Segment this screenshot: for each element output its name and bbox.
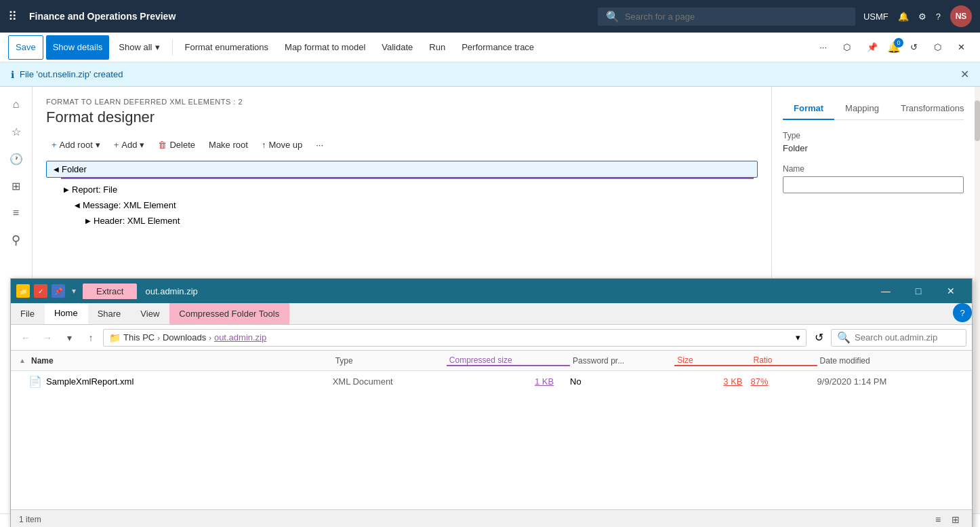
tiles-view-button[interactable]: ⊞ bbox=[947, 511, 964, 528]
details-view-button[interactable]: ≡ bbox=[930, 511, 946, 528]
command-bar: Save Show details Show all ▾ Format enum… bbox=[0, 33, 980, 62]
open-external-button[interactable]: ⬡ bbox=[927, 35, 948, 60]
scroll-thumb[interactable] bbox=[975, 100, 980, 141]
file-row[interactable]: 📄 SampleXmlReport.xml XML Document 1 KB … bbox=[11, 371, 972, 393]
more-button[interactable]: ··· bbox=[813, 35, 834, 60]
type-field: Type Folder bbox=[783, 131, 964, 153]
col-date[interactable]: Date modified bbox=[817, 356, 941, 366]
tab-transformations[interactable]: Transformations bbox=[890, 98, 975, 120]
global-search[interactable]: 🔍 bbox=[598, 7, 855, 26]
col-ratio[interactable]: Ratio bbox=[750, 355, 817, 366]
cmd-more: ··· ⬡ 📌 🔔 0 ↺ ⬡ ✕ bbox=[813, 35, 972, 60]
file-explorer-window: 📁 ✓ 📌 ▾ Extract out.admin.zip — □ ✕ File… bbox=[10, 278, 973, 527]
file-compressed-size-cell: 1 KB bbox=[447, 376, 570, 387]
search-input[interactable] bbox=[625, 12, 847, 22]
type-value: Folder bbox=[783, 143, 964, 153]
tab-format[interactable]: Format bbox=[783, 98, 834, 120]
fe-close-button[interactable]: ✕ bbox=[935, 281, 966, 301]
tree-item-message[interactable]: ◀ Message: XML Element bbox=[46, 197, 758, 213]
close-button[interactable]: ✕ bbox=[951, 35, 972, 60]
delete-button[interactable]: 🗑 Delete bbox=[152, 137, 201, 153]
grid-icon[interactable]: ⠿ bbox=[8, 9, 17, 24]
nav-back-button[interactable]: ← bbox=[16, 328, 35, 347]
help-icon[interactable]: ? bbox=[953, 303, 972, 322]
settings-icon[interactable]: ⚙ bbox=[918, 12, 926, 22]
col-size[interactable]: Size bbox=[674, 355, 750, 366]
designer-toolbar: + Add root ▾ + Add ▾ 🗑 Delete Make root … bbox=[46, 137, 758, 153]
nav-right: USMF 🔔 ⚙ ? NS bbox=[863, 5, 972, 27]
scroll-track[interactable] bbox=[975, 87, 980, 522]
maximize-button[interactable]: □ bbox=[903, 281, 934, 301]
expand-arrow2[interactable]: ◀ bbox=[72, 201, 83, 209]
add-button[interactable]: + Add ▾ bbox=[108, 137, 150, 153]
show-all-button[interactable]: Show all ▾ bbox=[112, 35, 166, 60]
name-input[interactable] bbox=[783, 176, 964, 193]
collapse-arrow[interactable]: ◀ bbox=[51, 165, 62, 173]
ribbon-share[interactable]: Share bbox=[88, 303, 131, 324]
tree-item-folder[interactable]: ◀ Folder bbox=[46, 161, 758, 178]
sidebar-grid-icon[interactable]: ⊞ bbox=[4, 174, 28, 198]
ribbon-compressed[interactable]: Compressed Folder Tools bbox=[169, 303, 289, 324]
nav-up-button[interactable]: ↑ bbox=[81, 328, 100, 347]
addr-zip[interactable]: out.admin.zip bbox=[214, 332, 266, 343]
addr-this-pc[interactable]: This PC bbox=[123, 332, 155, 343]
fe-column-headers: ▲ Name Type Compressed size Password pr.… bbox=[11, 351, 972, 371]
performance-trace-button[interactable]: Performance trace bbox=[455, 35, 541, 60]
tree-item-header[interactable]: ▶ Header: XML Element bbox=[46, 213, 758, 229]
move-up-button[interactable]: ↑ Move up bbox=[256, 137, 308, 153]
nav-dropdown-button[interactable]: ▾ bbox=[60, 328, 79, 347]
avatar[interactable]: NS bbox=[950, 5, 972, 27]
col-name[interactable]: Name bbox=[28, 356, 333, 366]
tree-item-report[interactable]: ▶ Report: File bbox=[46, 182, 758, 197]
address-path[interactable]: 📁 This PC › Downloads › out.admin.zip ▾ bbox=[103, 329, 807, 347]
minimize-button[interactable]: — bbox=[870, 281, 901, 301]
tab-mapping[interactable]: Mapping bbox=[834, 98, 890, 120]
info-bar: ℹ File 'out.nselin.zip' created ✕ bbox=[0, 62, 980, 87]
col-password[interactable]: Password pr... bbox=[570, 356, 674, 366]
show-details-button[interactable]: Show details bbox=[46, 35, 110, 60]
fe-search-input[interactable] bbox=[855, 332, 960, 343]
expand-arrow[interactable]: ▶ bbox=[61, 186, 72, 193]
sidebar-filter2-icon[interactable]: ⚲ bbox=[4, 228, 28, 252]
fe-search-box[interactable]: 🔍 bbox=[831, 329, 966, 347]
nav-forward-button[interactable]: → bbox=[38, 328, 57, 347]
more-actions-button[interactable]: ··· bbox=[310, 137, 329, 153]
bell-icon[interactable]: 🔔 bbox=[898, 12, 909, 22]
expand-arrow3[interactable]: ▶ bbox=[83, 217, 94, 225]
tree-label-report: Report: File bbox=[72, 184, 117, 195]
fe-status-bar: 1 item ≡ ⊞ bbox=[11, 509, 972, 527]
sidebar-recent-icon[interactable]: 🕐 bbox=[4, 147, 28, 171]
add-root-button[interactable]: + Add root ▾ bbox=[46, 137, 106, 153]
file-icon: 📄 bbox=[28, 375, 42, 388]
pin-button[interactable]: 📌 bbox=[860, 35, 884, 60]
designer-icon-button[interactable]: ⬡ bbox=[836, 35, 857, 60]
col-compressed-size[interactable]: Compressed size bbox=[447, 355, 570, 366]
info-icon: ℹ bbox=[11, 69, 14, 80]
help-icon[interactable]: ? bbox=[936, 12, 941, 22]
ribbon-file[interactable]: File bbox=[11, 303, 45, 324]
run-button[interactable]: Run bbox=[422, 35, 452, 60]
sidebar-star-icon[interactable]: ☆ bbox=[4, 119, 28, 144]
map-format-button[interactable]: Map format to model bbox=[278, 35, 372, 60]
ribbon-home[interactable]: Home bbox=[45, 303, 88, 324]
plus-icon: + bbox=[52, 140, 57, 150]
format-enumerations-button[interactable]: Format enumerations bbox=[178, 35, 276, 60]
save-button[interactable]: Save bbox=[8, 35, 43, 60]
make-root-button[interactable]: Make root bbox=[203, 137, 253, 153]
refresh-button[interactable]: ↺ bbox=[809, 328, 828, 347]
col-type[interactable]: Type bbox=[333, 356, 447, 366]
notifications[interactable]: 🔔 0 bbox=[887, 41, 901, 54]
top-nav: ⠿ Finance and Operations Preview 🔍 USMF … bbox=[0, 0, 980, 33]
fe-extract-tab[interactable]: Extract bbox=[83, 284, 137, 299]
sidebar-home-icon[interactable]: ⌂ bbox=[4, 92, 28, 117]
status-item-count: 1 item bbox=[19, 515, 41, 524]
validate-button[interactable]: Validate bbox=[375, 35, 420, 60]
addr-downloads[interactable]: Downloads bbox=[163, 332, 206, 343]
sidebar-filter-icon[interactable]: ≡ bbox=[4, 201, 28, 225]
ribbon-view[interactable]: View bbox=[131, 303, 169, 324]
refresh-button[interactable]: ↺ bbox=[903, 35, 924, 60]
addr-dropdown[interactable]: ▾ bbox=[796, 332, 800, 343]
tree-label-folder: Folder bbox=[62, 164, 87, 174]
tree-label-header: Header: XML Element bbox=[94, 216, 180, 226]
info-close-button[interactable]: ✕ bbox=[960, 68, 969, 81]
